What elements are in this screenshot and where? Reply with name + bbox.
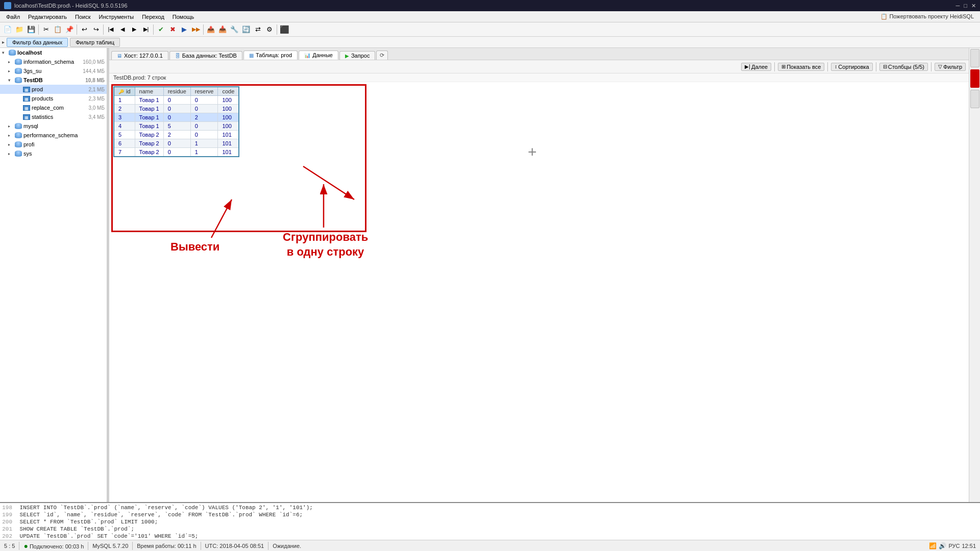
table-row[interactable]: 4Товар 150100 xyxy=(114,122,239,131)
status-sep2 xyxy=(88,542,88,550)
tb-import[interactable]: 📥 xyxy=(217,24,228,35)
sep3 xyxy=(876,62,876,71)
server-icon xyxy=(9,49,16,56)
tab-database[interactable]: 🗄 База данных: TestDB xyxy=(169,51,242,60)
tb-last[interactable]: ▶| xyxy=(140,24,152,35)
menu-help[interactable]: Помощь xyxy=(168,13,199,21)
sidebar-item-replace-com[interactable]: ▦ replace_com 3,0 МБ xyxy=(0,103,107,112)
donate-btn[interactable]: 📋 Пожертвовать проекту HeidiSQL xyxy=(880,13,978,20)
table-icon-products: ▦ xyxy=(23,96,30,102)
expand-arrow-perf: ▸ xyxy=(8,133,13,138)
cell-id: 7 xyxy=(114,148,135,157)
db-icon-perf xyxy=(15,132,22,138)
maximize-btn[interactable]: □ xyxy=(964,3,967,9)
sidebar-item-mysql[interactable]: ▸ mysql xyxy=(0,121,107,131)
cell-reserve: 0 xyxy=(190,122,218,131)
filter-db-btn[interactable]: Фильтр баз данных xyxy=(7,38,68,47)
tb-paste[interactable]: 📌 xyxy=(64,24,75,35)
sidebar-item-prod[interactable]: ▦ prod 2,1 МБ xyxy=(0,85,107,94)
tb-prev[interactable]: ◀ xyxy=(117,24,128,35)
products-label: products xyxy=(32,95,53,102)
expand-arrow-3gs: ▸ xyxy=(8,69,13,73)
tb-close-conn[interactable]: ⬛ xyxy=(279,24,290,35)
sidebar-item-sys[interactable]: ▸ sys xyxy=(0,149,107,158)
tb-copy[interactable]: 📋 xyxy=(52,24,63,35)
sidebar-item-localhost[interactable]: ▾ localhost xyxy=(0,48,107,57)
columns-btn[interactable]: ⊟ Столбцы (5/5) xyxy=(879,63,928,71)
tab-data[interactable]: 📊 Данные xyxy=(299,51,338,60)
tb-redo[interactable]: ↪ xyxy=(90,24,102,35)
menu-tools[interactable]: Инструменты xyxy=(95,13,138,21)
right-sidebar-btn2[interactable] xyxy=(970,69,979,88)
menu-edit[interactable]: Редактировать xyxy=(24,13,71,21)
network-icon: 📶 xyxy=(929,542,937,549)
sql-line-199: 199 SELECT `id`, `name`, `residue`, `res… xyxy=(2,511,978,518)
tb-new[interactable]: 📄 xyxy=(2,24,13,35)
tb-sync[interactable]: ⇄ xyxy=(252,24,263,35)
tb-play-all[interactable]: ▶▶ xyxy=(190,24,202,35)
products-size: 2,3 МБ xyxy=(88,96,105,102)
table-icon-replace: ▦ xyxy=(23,105,30,111)
table-row[interactable]: 1Товар 100100 xyxy=(114,96,239,105)
tab-table[interactable]: ▦ Таблица: prod xyxy=(243,51,298,60)
sidebar-item-3gs-su[interactable]: ▸ 3gs_su 144,4 МБ xyxy=(0,66,107,76)
sidebar-item-information-schema[interactable]: ▸ information_schema 160,0 МБ xyxy=(0,57,107,66)
expand-arrow-info: ▸ xyxy=(8,60,13,64)
table-row[interactable]: 5Товар 220101 xyxy=(114,131,239,139)
tb-tools2[interactable]: 🔧 xyxy=(229,24,240,35)
right-sidebar xyxy=(969,48,980,502)
tb-settings[interactable]: ⚙ xyxy=(264,24,275,35)
tb-export[interactable]: 📤 xyxy=(205,24,216,35)
minimize-btn[interactable]: ─ xyxy=(956,3,960,9)
next-btn[interactable]: ▶| Далее xyxy=(741,63,771,71)
table-icon-prod: ▦ xyxy=(23,87,30,92)
col-header-reserve[interactable]: reserve xyxy=(190,87,218,96)
menu-go[interactable]: Переход xyxy=(138,13,168,21)
tab-refresh[interactable]: ⟳ xyxy=(376,51,388,60)
col-header-name[interactable]: name xyxy=(135,87,163,96)
tb-cut[interactable]: ✂ xyxy=(40,24,52,35)
cell-code: 101 xyxy=(218,131,239,139)
sidebar-item-products[interactable]: ▦ products 2,3 МБ xyxy=(0,94,107,103)
data-grid[interactable]: 🔑id name residue reserve code 1Товар 100… xyxy=(109,82,969,502)
tb-first[interactable]: |◀ xyxy=(105,24,116,35)
3gs-label: 3gs_su xyxy=(23,68,41,74)
tab-host[interactable]: 🖥 Хост: 127.0.0.1 xyxy=(111,51,168,60)
tb-play[interactable]: ▶ xyxy=(179,24,190,35)
table-row[interactable]: 2Товар 100100 xyxy=(114,105,239,113)
sort-btn[interactable]: ↕ Сортировка xyxy=(831,63,872,71)
sidebar-item-statistics[interactable]: ▦ statistics 3,4 МБ xyxy=(0,112,107,121)
right-sidebar-btn3[interactable] xyxy=(970,90,979,108)
sidebar-item-testdb[interactable]: ▾ TestDB 10,8 МБ xyxy=(0,76,107,85)
menu-search[interactable]: Поиск xyxy=(71,13,94,21)
tb-refresh[interactable]: 🔄 xyxy=(240,24,252,35)
sidebar-item-perf-schema[interactable]: ▸ performance_schema xyxy=(0,131,107,140)
filter-btn[interactable]: ▽ Фильтр xyxy=(935,63,966,71)
sidebar-toggle[interactable]: ▸ xyxy=(2,39,5,45)
sidebar-item-profi[interactable]: ▸ profi xyxy=(0,140,107,149)
table-row[interactable]: 3Товар 102100 xyxy=(114,113,239,122)
tb-undo[interactable]: ↩ xyxy=(79,24,90,35)
cell-reserve: 1 xyxy=(190,148,218,157)
col-header-code[interactable]: code xyxy=(218,87,239,96)
tb-save[interactable]: 💾 xyxy=(26,24,37,35)
cell-name: Товар 2 xyxy=(135,131,163,139)
col-header-id[interactable]: 🔑id xyxy=(114,87,135,96)
filter-table-btn[interactable]: Фильтр таблиц xyxy=(70,38,120,47)
menu-file[interactable]: Файл xyxy=(2,13,24,21)
tab-query[interactable]: ▶ Запрос xyxy=(339,51,375,60)
tb-run[interactable]: ✔ xyxy=(155,24,166,35)
tb-next[interactable]: ▶ xyxy=(129,24,140,35)
table-row[interactable]: 6Товар 201101 xyxy=(114,139,239,148)
show-all-btn[interactable]: ⊞ Показать все xyxy=(778,63,824,71)
close-btn[interactable]: ✕ xyxy=(971,3,976,9)
table-row[interactable]: 7Товар 201101 xyxy=(114,148,239,157)
right-sidebar-btn1[interactable] xyxy=(970,49,979,67)
table-info: TestDB.prod: 7 строк xyxy=(109,73,969,82)
show-all-icon: ⊞ xyxy=(781,64,786,69)
tb-stop[interactable]: ✖ xyxy=(167,24,178,35)
cell-id: 5 xyxy=(114,131,135,139)
db-icon-3gs xyxy=(15,68,22,74)
tb-open[interactable]: 📁 xyxy=(14,24,25,35)
col-header-residue[interactable]: residue xyxy=(163,87,190,96)
